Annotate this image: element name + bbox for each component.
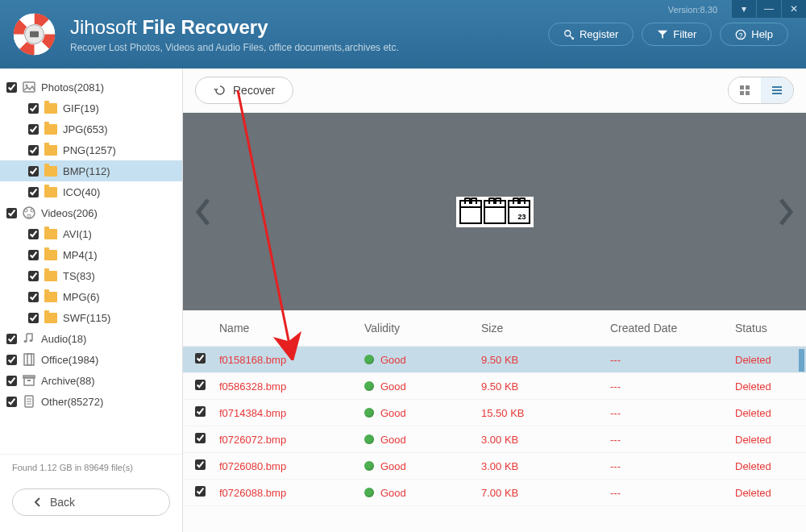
help-button[interactable]: ?Help: [720, 23, 788, 46]
dropdown-window-button[interactable]: ▾: [732, 0, 756, 18]
category-checkbox[interactable]: [6, 376, 17, 386]
validity-cell: Good: [364, 460, 481, 472]
category-item[interactable]: Office(1984): [0, 349, 182, 370]
row-checkbox[interactable]: [195, 353, 206, 364]
subcategory-checkbox[interactable]: [28, 103, 39, 114]
subcategory-item[interactable]: SWF(115): [0, 307, 182, 328]
table-row[interactable]: f0714384.bmp Good 15.50 KB --- Deleted: [183, 400, 806, 426]
subcategory-item[interactable]: ICO(40): [0, 181, 182, 202]
subcategory-checkbox[interactable]: [28, 271, 39, 281]
category-checkbox[interactable]: [6, 208, 17, 218]
row-checkbox[interactable]: [195, 486, 206, 497]
file-status: Deleted: [735, 460, 794, 472]
subcategory-item[interactable]: BMP(112): [0, 160, 182, 181]
subcategory-item[interactable]: TS(83): [0, 265, 182, 286]
subcategory-item[interactable]: AVI(1): [0, 223, 182, 244]
svg-point-10: [31, 209, 34, 212]
row-checkbox[interactable]: [195, 380, 206, 390]
file-name: f0726080.bmp: [219, 460, 364, 472]
version-label: Version:8.30: [668, 5, 717, 15]
calendar-icon: [459, 200, 482, 224]
file-size: 9.50 KB: [481, 354, 610, 366]
row-checkbox[interactable]: [195, 406, 206, 417]
col-name-header[interactable]: Name: [219, 322, 364, 335]
category-checkbox[interactable]: [6, 334, 17, 344]
validity-dot-icon: [364, 381, 374, 391]
svg-rect-15: [27, 354, 34, 365]
svg-rect-25: [740, 91, 744, 95]
subcategory-item[interactable]: MPG(6): [0, 286, 182, 307]
view-toggle: [728, 77, 794, 104]
subcategory-checkbox[interactable]: [28, 313, 39, 323]
folder-icon: [44, 310, 58, 325]
validity-dot-icon: [364, 355, 374, 364]
main-panel: Recover 23 Name Validity Size Created: [183, 69, 806, 532]
subcategory-checkbox[interactable]: [28, 124, 39, 135]
category-tree: Photos(2081)GIF(19)JPG(653)PNG(1257)BMP(…: [0, 77, 182, 454]
category-item[interactable]: Archive(88): [0, 370, 182, 391]
subcategory-label: SWF(115): [63, 312, 110, 324]
col-size-header[interactable]: Size: [481, 322, 610, 335]
subcategory-label: GIF(19): [63, 102, 99, 114]
col-created-header[interactable]: Created Date: [610, 322, 735, 335]
category-checkbox[interactable]: [6, 397, 17, 407]
validity-dot-icon: [364, 461, 374, 471]
subcategory-checkbox[interactable]: [28, 292, 39, 302]
sidebar: Photos(2081)GIF(19)JPG(653)PNG(1257)BMP(…: [0, 69, 183, 532]
category-item[interactable]: Videos(206): [0, 202, 182, 223]
validity-cell: Good: [364, 354, 481, 366]
register-button[interactable]: Register: [548, 23, 634, 46]
file-name: f0158168.bmp: [219, 354, 364, 366]
list-view-button[interactable]: [761, 77, 793, 103]
row-checkbox[interactable]: [195, 433, 206, 443]
validity-cell: Good: [364, 407, 481, 419]
subcategory-item[interactable]: GIF(19): [0, 98, 182, 118]
validity-cell: Good: [364, 380, 481, 393]
created-date: ---: [610, 354, 735, 366]
validity-dot-icon: [364, 408, 374, 418]
subcategory-label: MP4(1): [63, 249, 98, 261]
file-name: f0714384.bmp: [219, 407, 364, 419]
table-row[interactable]: f0726080.bmp Good 3.00 KB --- Deleted: [183, 453, 806, 480]
subcategory-item[interactable]: JPG(653): [0, 118, 182, 139]
svg-point-13: [30, 339, 33, 342]
row-checkbox[interactable]: [195, 459, 206, 470]
scrollbar-thumb[interactable]: [799, 349, 804, 372]
category-checkbox[interactable]: [6, 355, 17, 365]
folder-icon: [44, 227, 58, 241]
subcategory-item[interactable]: PNG(1257): [0, 139, 182, 160]
category-item[interactable]: Audio(18): [0, 328, 182, 349]
table-row[interactable]: f0726072.bmp Good 3.00 KB --- Deleted: [183, 426, 806, 453]
file-status: Deleted: [735, 487, 794, 499]
subcategory-checkbox[interactable]: [28, 187, 39, 197]
subcategory-item[interactable]: MP4(1): [0, 244, 182, 265]
subcategory-checkbox[interactable]: [28, 145, 39, 156]
table-row[interactable]: f0726088.bmp Good 7.00 KB --- Deleted: [183, 480, 806, 506]
subcategory-checkbox[interactable]: [28, 166, 39, 177]
minimize-window-button[interactable]: —: [757, 0, 781, 18]
preview-prev-button[interactable]: [191, 192, 215, 232]
folder-icon: [44, 101, 58, 115]
category-label: Archive(88): [41, 375, 94, 387]
subcategory-label: PNG(1257): [63, 144, 116, 156]
category-item[interactable]: Photos(2081): [0, 77, 182, 98]
found-files-info: Found 1.12 GB in 89649 file(s): [0, 454, 182, 480]
grid-view-button[interactable]: [729, 77, 761, 103]
created-date: ---: [610, 380, 735, 393]
subcategory-checkbox[interactable]: [28, 250, 39, 260]
recover-button[interactable]: Recover: [195, 77, 293, 104]
category-item[interactable]: Other(85272): [0, 391, 182, 412]
table-row[interactable]: f0586328.bmp Good 9.50 KB --- Deleted: [183, 373, 806, 400]
col-status-header[interactable]: Status: [735, 322, 794, 335]
subcategory-checkbox[interactable]: [28, 229, 39, 239]
folder-icon: [44, 247, 58, 262]
back-button[interactable]: Back: [12, 488, 170, 516]
filter-button[interactable]: Filter: [642, 23, 712, 46]
close-window-button[interactable]: ✕: [782, 0, 806, 18]
preview-next-button[interactable]: [774, 192, 798, 232]
folder-icon: [44, 122, 58, 136]
table-row[interactable]: f0158168.bmp Good 9.50 KB --- Deleted: [183, 347, 806, 373]
category-checkbox[interactable]: [6, 82, 17, 93]
svg-rect-24: [746, 85, 750, 89]
col-validity-header[interactable]: Validity: [364, 322, 481, 335]
